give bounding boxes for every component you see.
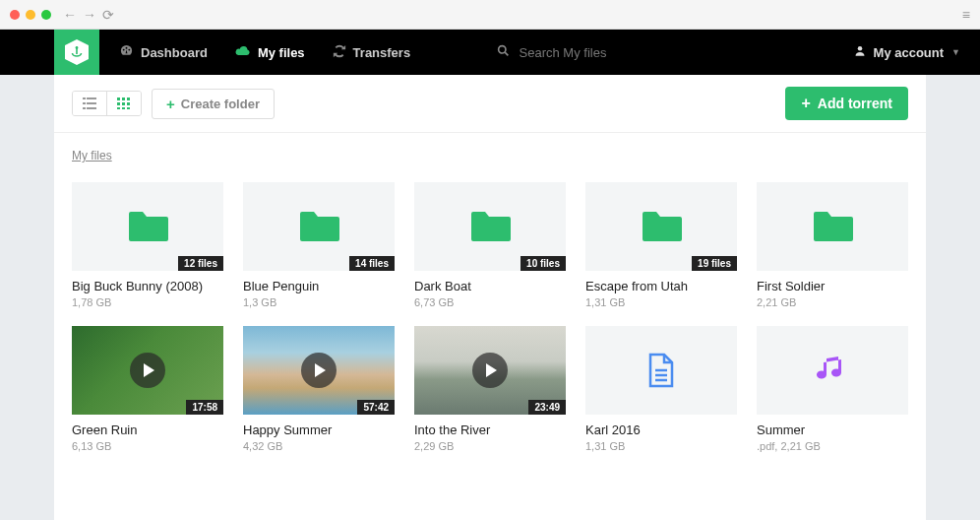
folder-icon — [469, 210, 511, 243]
file-count-badge: 10 files — [521, 256, 566, 271]
file-card[interactable]: Summer.pdf, 2,21 GB — [757, 326, 908, 452]
chevron-down-icon: ▼ — [951, 47, 960, 57]
nav-transfers[interactable]: Transfers — [333, 44, 411, 61]
file-card[interactable]: 19 filesEscape from Utah1,31 GB — [585, 182, 737, 308]
thumbnail: 10 files — [414, 182, 566, 271]
back-arrow-icon[interactable]: ← — [63, 7, 77, 23]
svg-rect-6 — [87, 98, 96, 99]
file-meta: 2,29 GB — [414, 440, 566, 452]
folder-icon — [127, 210, 168, 243]
duration-badge: 57:42 — [357, 400, 395, 415]
thumbnail — [757, 326, 908, 415]
file-card[interactable]: First Soldier2,21 GB — [757, 182, 908, 308]
file-count-badge: 19 files — [692, 256, 737, 271]
file-card[interactable]: 12 filesBig Buck Bunny (2008)1,78 GB — [72, 182, 223, 308]
minimize-window-icon[interactable] — [26, 10, 35, 20]
file-card[interactable]: 57:42Happy Summer4,32 GB — [243, 326, 395, 452]
grid-view-button[interactable] — [106, 92, 141, 115]
file-meta: 6,73 GB — [414, 296, 566, 308]
file-meta: 1,31 GB — [585, 296, 737, 308]
file-meta: 6,13 GB — [72, 440, 223, 452]
nav-myfiles[interactable]: My files — [235, 45, 305, 60]
transfers-icon — [333, 44, 346, 61]
add-torrent-button[interactable]: + Add torrent — [785, 87, 908, 120]
document-icon — [646, 353, 676, 388]
search-icon — [497, 43, 510, 61]
file-meta: .pdf, 2,21 GB — [757, 440, 908, 452]
search-input[interactable] — [520, 45, 638, 60]
music-icon — [817, 355, 848, 386]
file-meta: 1,3 GB — [243, 296, 395, 308]
button-label: Add torrent — [818, 96, 892, 111]
view-toggle — [72, 91, 142, 116]
svg-rect-18 — [122, 107, 125, 109]
svg-rect-14 — [117, 102, 120, 105]
grid-icon — [117, 98, 131, 109]
svg-rect-13 — [127, 98, 130, 100]
thumbnail: 23:49 — [414, 326, 566, 415]
file-title: Summer — [757, 422, 908, 437]
file-title: Karl 2016 — [585, 422, 737, 437]
file-title: Big Buck Bunny (2008) — [72, 279, 223, 293]
file-card[interactable]: 17:58Green Ruin6,13 GB — [72, 326, 223, 452]
thumbnail — [585, 326, 737, 415]
file-title: Blue Penguin — [243, 279, 395, 293]
thumbnail: 17:58 — [72, 326, 223, 415]
nav-label: Transfers — [353, 45, 411, 60]
svg-rect-17 — [117, 107, 120, 109]
thumbnail: 57:42 — [243, 326, 395, 415]
folder-icon — [812, 210, 853, 243]
svg-rect-10 — [87, 107, 96, 109]
file-card[interactable]: 14 filesBlue Penguin1,3 GB — [243, 182, 395, 308]
nav-dashboard[interactable]: Dashboard — [119, 43, 208, 61]
svg-rect-15 — [122, 102, 125, 105]
file-card[interactable]: 10 filesDark Boat6,73 GB — [414, 182, 566, 308]
toolbar: + Create folder + Add torrent — [54, 75, 926, 133]
folder-icon — [641, 210, 682, 243]
file-title: Into the River — [414, 422, 566, 437]
file-title: Escape from Utah — [585, 279, 737, 293]
duration-badge: 23:49 — [528, 400, 566, 415]
file-meta: 1,78 GB — [72, 296, 223, 308]
thumbnail — [757, 182, 908, 271]
nav-label: Dashboard — [141, 45, 208, 60]
list-icon — [83, 98, 96, 109]
thumbnail: 14 files — [243, 182, 395, 271]
play-icon — [130, 353, 165, 388]
svg-point-2 — [498, 46, 505, 53]
file-meta: 4,32 GB — [243, 440, 395, 452]
close-window-icon[interactable] — [10, 10, 20, 20]
thumbnail: 19 files — [585, 182, 737, 271]
thumbnail: 12 files — [72, 182, 223, 271]
button-label: Create folder — [181, 97, 260, 111]
plus-icon: + — [801, 95, 810, 112]
account-menu[interactable]: My account ▼ — [854, 30, 960, 75]
create-folder-button[interactable]: + Create folder — [152, 89, 275, 119]
folder-icon — [298, 210, 339, 243]
file-title: Dark Boat — [414, 279, 566, 293]
search-area — [497, 30, 638, 75]
play-icon — [301, 353, 337, 388]
svg-point-4 — [857, 46, 862, 51]
file-meta: 1,31 GB — [585, 440, 737, 452]
file-card[interactable]: 23:49Into the River2,29 GB — [414, 326, 566, 452]
maximize-window-icon[interactable] — [41, 10, 51, 20]
svg-rect-5 — [83, 98, 86, 99]
file-meta: 2,21 GB — [757, 296, 908, 308]
browser-chrome: ← → ⟳ ≡ — [0, 0, 980, 30]
forward-arrow-icon[interactable]: → — [83, 7, 96, 23]
account-label: My account — [874, 45, 945, 60]
file-card[interactable]: Karl 20161,31 GB — [585, 326, 737, 452]
app-logo[interactable] — [54, 30, 99, 75]
menu-icon[interactable]: ≡ — [962, 7, 970, 23]
list-view-button[interactable] — [73, 92, 106, 115]
top-nav: Dashboard My files Transfers My account … — [0, 30, 980, 75]
svg-rect-19 — [127, 107, 130, 109]
file-count-badge: 14 files — [349, 256, 395, 271]
content-panel: + Create folder + Add torrent My files 1… — [54, 75, 926, 520]
breadcrumb[interactable]: My files — [54, 133, 926, 172]
reload-icon[interactable]: ⟳ — [102, 7, 114, 23]
svg-rect-8 — [87, 102, 96, 104]
dashboard-icon — [119, 43, 134, 61]
svg-line-3 — [505, 52, 508, 55]
